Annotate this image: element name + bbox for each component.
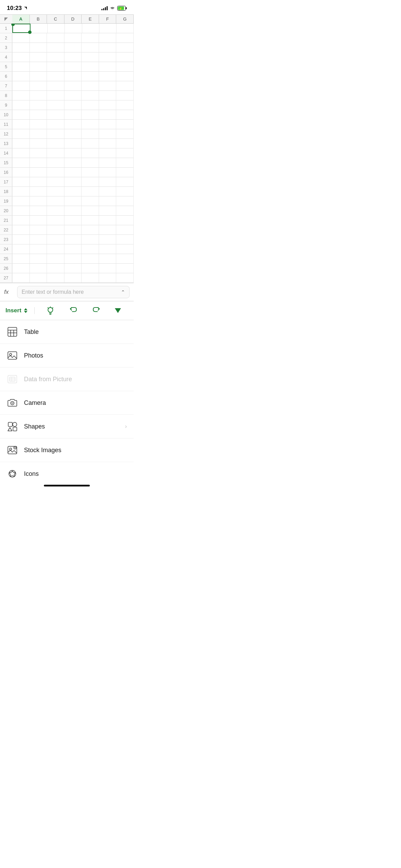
- lightbulb-button[interactable]: [45, 305, 56, 316]
- cell-E17[interactable]: [82, 177, 99, 186]
- cell-B11[interactable]: [30, 120, 47, 129]
- formula-expand-chevron[interactable]: ⌃: [121, 289, 125, 295]
- cell-A10[interactable]: [12, 110, 30, 119]
- cell-F5[interactable]: [99, 62, 117, 71]
- cell-F14[interactable]: [99, 148, 117, 158]
- cell-F16[interactable]: [99, 168, 117, 177]
- cell-E8[interactable]: [82, 91, 99, 100]
- cell-E20[interactable]: [82, 206, 99, 215]
- col-header-A[interactable]: A: [12, 15, 30, 23]
- cell-D1[interactable]: [65, 24, 82, 33]
- cell-G21[interactable]: [116, 216, 134, 225]
- cell-C9[interactable]: [47, 100, 64, 110]
- cell-B12[interactable]: [30, 129, 47, 138]
- cell-F7[interactable]: [99, 81, 117, 91]
- menu-item-camera[interactable]: Camera: [0, 391, 134, 415]
- cell-E11[interactable]: [82, 120, 99, 129]
- cell-E23[interactable]: [82, 235, 99, 244]
- cell-E13[interactable]: [82, 139, 99, 148]
- cell-B3[interactable]: [30, 43, 47, 52]
- cell-C20[interactable]: [47, 206, 64, 215]
- cell-G17[interactable]: [116, 177, 134, 186]
- cell-B22[interactable]: [30, 225, 47, 234]
- cell-G18[interactable]: [116, 187, 134, 196]
- cell-A3[interactable]: [12, 43, 30, 52]
- cell-A16[interactable]: [12, 168, 30, 177]
- cell-E24[interactable]: [82, 244, 99, 254]
- cell-D18[interactable]: [64, 187, 82, 196]
- cell-D10[interactable]: [64, 110, 82, 119]
- cell-D25[interactable]: [64, 254, 82, 263]
- cell-C4[interactable]: [47, 52, 64, 62]
- cell-E25[interactable]: [82, 254, 99, 263]
- cell-A15[interactable]: [12, 158, 30, 167]
- cell-D2[interactable]: [64, 33, 82, 43]
- cell-G6[interactable]: [116, 72, 134, 81]
- cell-G16[interactable]: [116, 168, 134, 177]
- cell-B18[interactable]: [30, 187, 47, 196]
- cell-C2[interactable]: [47, 33, 64, 43]
- formula-input[interactable]: Enter text or formula here ⌃: [17, 286, 130, 298]
- cell-A6[interactable]: [12, 72, 30, 81]
- cell-A25[interactable]: [12, 254, 30, 263]
- cell-B16[interactable]: [30, 168, 47, 177]
- cell-F2[interactable]: [99, 33, 117, 43]
- cell-E27[interactable]: [82, 273, 99, 282]
- cell-E7[interactable]: [82, 81, 99, 91]
- cell-C26[interactable]: [47, 264, 64, 273]
- cell-D11[interactable]: [64, 120, 82, 129]
- cell-B8[interactable]: [30, 91, 47, 100]
- cell-F4[interactable]: [99, 52, 117, 62]
- cell-G24[interactable]: [116, 244, 134, 254]
- cell-E10[interactable]: [82, 110, 99, 119]
- cell-B15[interactable]: [30, 158, 47, 167]
- select-all-button[interactable]: [0, 15, 12, 23]
- cell-G27[interactable]: [116, 273, 134, 282]
- cell-G20[interactable]: [116, 206, 134, 215]
- cell-C23[interactable]: [47, 235, 64, 244]
- more-options-button[interactable]: [113, 307, 122, 314]
- cell-B26[interactable]: [30, 264, 47, 273]
- cell-B7[interactable]: [30, 81, 47, 91]
- cell-B27[interactable]: [30, 273, 47, 282]
- cell-A5[interactable]: [12, 62, 30, 71]
- cell-D8[interactable]: [64, 91, 82, 100]
- cell-F22[interactable]: [99, 225, 117, 234]
- cell-B10[interactable]: [30, 110, 47, 119]
- cell-A13[interactable]: [12, 139, 30, 148]
- cell-B6[interactable]: [30, 72, 47, 81]
- cell-G14[interactable]: [116, 148, 134, 158]
- cell-F11[interactable]: [99, 120, 117, 129]
- cell-C8[interactable]: [47, 91, 64, 100]
- cell-A26[interactable]: [12, 264, 30, 273]
- redo-button[interactable]: [90, 305, 102, 316]
- cell-B25[interactable]: [30, 254, 47, 263]
- col-header-G[interactable]: G: [116, 15, 134, 23]
- cell-A9[interactable]: [12, 100, 30, 110]
- cell-F12[interactable]: [99, 129, 117, 138]
- cell-G3[interactable]: [116, 43, 134, 52]
- cell-F17[interactable]: [99, 177, 117, 186]
- cell-C7[interactable]: [47, 81, 64, 91]
- cell-C19[interactable]: [47, 196, 64, 206]
- cell-G5[interactable]: [116, 62, 134, 71]
- cell-E15[interactable]: [82, 158, 99, 167]
- menu-item-photos[interactable]: Photos: [0, 344, 134, 367]
- cell-G10[interactable]: [116, 110, 134, 119]
- cell-G15[interactable]: [116, 158, 134, 167]
- cell-C21[interactable]: [47, 216, 64, 225]
- cell-F13[interactable]: [99, 139, 117, 148]
- cell-G13[interactable]: [116, 139, 134, 148]
- cell-D21[interactable]: [64, 216, 82, 225]
- cell-G25[interactable]: [116, 254, 134, 263]
- cell-C3[interactable]: [47, 43, 64, 52]
- cell-E4[interactable]: [82, 52, 99, 62]
- cell-A2[interactable]: [12, 33, 30, 43]
- cell-C12[interactable]: [47, 129, 64, 138]
- cell-F3[interactable]: [99, 43, 117, 52]
- cell-F15[interactable]: [99, 158, 117, 167]
- cell-D7[interactable]: [64, 81, 82, 91]
- cell-E26[interactable]: [82, 264, 99, 273]
- cell-D6[interactable]: [64, 72, 82, 81]
- menu-item-stock-images[interactable]: Stock Images: [0, 438, 134, 462]
